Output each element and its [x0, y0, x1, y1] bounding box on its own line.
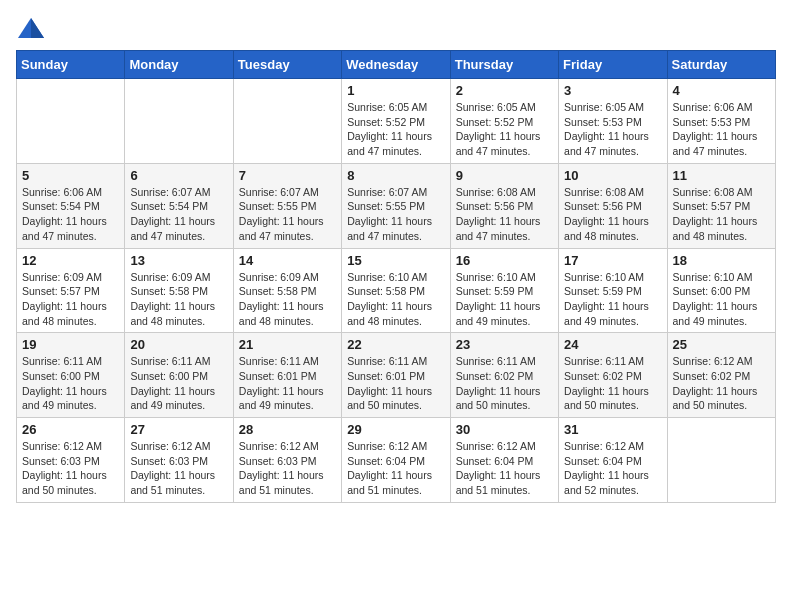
day-number: 23 — [456, 337, 553, 352]
day-info: Sunrise: 6:05 AM Sunset: 5:53 PM Dayligh… — [564, 100, 661, 159]
calendar-cell: 4Sunrise: 6:06 AM Sunset: 5:53 PM Daylig… — [667, 79, 775, 164]
calendar-cell: 13Sunrise: 6:09 AM Sunset: 5:58 PM Dayli… — [125, 248, 233, 333]
day-number: 10 — [564, 168, 661, 183]
day-info: Sunrise: 6:08 AM Sunset: 5:56 PM Dayligh… — [456, 185, 553, 244]
day-number: 6 — [130, 168, 227, 183]
day-number: 22 — [347, 337, 444, 352]
day-info: Sunrise: 6:07 AM Sunset: 5:54 PM Dayligh… — [130, 185, 227, 244]
day-info: Sunrise: 6:06 AM Sunset: 5:54 PM Dayligh… — [22, 185, 119, 244]
weekday-header: Wednesday — [342, 51, 450, 79]
calendar-week-row: 12Sunrise: 6:09 AM Sunset: 5:57 PM Dayli… — [17, 248, 776, 333]
calendar-week-row: 1Sunrise: 6:05 AM Sunset: 5:52 PM Daylig… — [17, 79, 776, 164]
day-number: 31 — [564, 422, 661, 437]
calendar-cell: 30Sunrise: 6:12 AM Sunset: 6:04 PM Dayli… — [450, 418, 558, 503]
calendar-cell: 11Sunrise: 6:08 AM Sunset: 5:57 PM Dayli… — [667, 163, 775, 248]
day-number: 11 — [673, 168, 770, 183]
day-info: Sunrise: 6:12 AM Sunset: 6:03 PM Dayligh… — [239, 439, 336, 498]
calendar-week-row: 26Sunrise: 6:12 AM Sunset: 6:03 PM Dayli… — [17, 418, 776, 503]
day-number: 25 — [673, 337, 770, 352]
day-info: Sunrise: 6:09 AM Sunset: 5:58 PM Dayligh… — [130, 270, 227, 329]
day-info: Sunrise: 6:09 AM Sunset: 5:57 PM Dayligh… — [22, 270, 119, 329]
calendar-cell: 9Sunrise: 6:08 AM Sunset: 5:56 PM Daylig… — [450, 163, 558, 248]
calendar-cell: 6Sunrise: 6:07 AM Sunset: 5:54 PM Daylig… — [125, 163, 233, 248]
calendar-cell: 25Sunrise: 6:12 AM Sunset: 6:02 PM Dayli… — [667, 333, 775, 418]
calendar-cell: 2Sunrise: 6:05 AM Sunset: 5:52 PM Daylig… — [450, 79, 558, 164]
day-number: 14 — [239, 253, 336, 268]
calendar-cell: 7Sunrise: 6:07 AM Sunset: 5:55 PM Daylig… — [233, 163, 341, 248]
day-info: Sunrise: 6:05 AM Sunset: 5:52 PM Dayligh… — [347, 100, 444, 159]
calendar-cell: 19Sunrise: 6:11 AM Sunset: 6:00 PM Dayli… — [17, 333, 125, 418]
day-info: Sunrise: 6:05 AM Sunset: 5:52 PM Dayligh… — [456, 100, 553, 159]
calendar-cell: 1Sunrise: 6:05 AM Sunset: 5:52 PM Daylig… — [342, 79, 450, 164]
calendar-cell — [125, 79, 233, 164]
calendar-header-row: SundayMondayTuesdayWednesdayThursdayFrid… — [17, 51, 776, 79]
calendar-cell: 26Sunrise: 6:12 AM Sunset: 6:03 PM Dayli… — [17, 418, 125, 503]
page-header — [16, 16, 776, 40]
calendar-cell: 28Sunrise: 6:12 AM Sunset: 6:03 PM Dayli… — [233, 418, 341, 503]
day-number: 17 — [564, 253, 661, 268]
day-number: 30 — [456, 422, 553, 437]
day-info: Sunrise: 6:08 AM Sunset: 5:56 PM Dayligh… — [564, 185, 661, 244]
day-number: 13 — [130, 253, 227, 268]
calendar-cell — [667, 418, 775, 503]
day-number: 3 — [564, 83, 661, 98]
day-info: Sunrise: 6:11 AM Sunset: 6:00 PM Dayligh… — [22, 354, 119, 413]
weekday-header: Saturday — [667, 51, 775, 79]
day-number: 20 — [130, 337, 227, 352]
day-number: 12 — [22, 253, 119, 268]
calendar-cell: 31Sunrise: 6:12 AM Sunset: 6:04 PM Dayli… — [559, 418, 667, 503]
calendar-cell: 14Sunrise: 6:09 AM Sunset: 5:58 PM Dayli… — [233, 248, 341, 333]
day-info: Sunrise: 6:12 AM Sunset: 6:04 PM Dayligh… — [456, 439, 553, 498]
day-number: 9 — [456, 168, 553, 183]
day-info: Sunrise: 6:12 AM Sunset: 6:03 PM Dayligh… — [130, 439, 227, 498]
day-info: Sunrise: 6:11 AM Sunset: 6:02 PM Dayligh… — [564, 354, 661, 413]
day-number: 24 — [564, 337, 661, 352]
calendar-cell: 16Sunrise: 6:10 AM Sunset: 5:59 PM Dayli… — [450, 248, 558, 333]
logo — [16, 16, 50, 40]
day-info: Sunrise: 6:11 AM Sunset: 6:00 PM Dayligh… — [130, 354, 227, 413]
calendar-cell: 8Sunrise: 6:07 AM Sunset: 5:55 PM Daylig… — [342, 163, 450, 248]
day-info: Sunrise: 6:11 AM Sunset: 6:01 PM Dayligh… — [239, 354, 336, 413]
day-number: 18 — [673, 253, 770, 268]
day-number: 7 — [239, 168, 336, 183]
day-number: 27 — [130, 422, 227, 437]
calendar-cell — [233, 79, 341, 164]
day-number: 4 — [673, 83, 770, 98]
day-info: Sunrise: 6:11 AM Sunset: 6:01 PM Dayligh… — [347, 354, 444, 413]
calendar-cell: 23Sunrise: 6:11 AM Sunset: 6:02 PM Dayli… — [450, 333, 558, 418]
calendar-cell: 29Sunrise: 6:12 AM Sunset: 6:04 PM Dayli… — [342, 418, 450, 503]
day-number: 28 — [239, 422, 336, 437]
calendar-cell: 22Sunrise: 6:11 AM Sunset: 6:01 PM Dayli… — [342, 333, 450, 418]
day-number: 5 — [22, 168, 119, 183]
calendar-cell — [17, 79, 125, 164]
day-info: Sunrise: 6:09 AM Sunset: 5:58 PM Dayligh… — [239, 270, 336, 329]
day-info: Sunrise: 6:12 AM Sunset: 6:04 PM Dayligh… — [347, 439, 444, 498]
calendar-cell: 5Sunrise: 6:06 AM Sunset: 5:54 PM Daylig… — [17, 163, 125, 248]
day-number: 29 — [347, 422, 444, 437]
calendar-week-row: 5Sunrise: 6:06 AM Sunset: 5:54 PM Daylig… — [17, 163, 776, 248]
day-number: 21 — [239, 337, 336, 352]
day-number: 16 — [456, 253, 553, 268]
day-number: 1 — [347, 83, 444, 98]
calendar-cell: 12Sunrise: 6:09 AM Sunset: 5:57 PM Dayli… — [17, 248, 125, 333]
calendar-cell: 24Sunrise: 6:11 AM Sunset: 6:02 PM Dayli… — [559, 333, 667, 418]
calendar-week-row: 19Sunrise: 6:11 AM Sunset: 6:00 PM Dayli… — [17, 333, 776, 418]
calendar-cell: 15Sunrise: 6:10 AM Sunset: 5:58 PM Dayli… — [342, 248, 450, 333]
weekday-header: Tuesday — [233, 51, 341, 79]
day-info: Sunrise: 6:12 AM Sunset: 6:03 PM Dayligh… — [22, 439, 119, 498]
day-info: Sunrise: 6:07 AM Sunset: 5:55 PM Dayligh… — [347, 185, 444, 244]
calendar-table: SundayMondayTuesdayWednesdayThursdayFrid… — [16, 50, 776, 503]
weekday-header: Friday — [559, 51, 667, 79]
weekday-header: Monday — [125, 51, 233, 79]
day-info: Sunrise: 6:12 AM Sunset: 6:04 PM Dayligh… — [564, 439, 661, 498]
day-number: 8 — [347, 168, 444, 183]
day-info: Sunrise: 6:06 AM Sunset: 5:53 PM Dayligh… — [673, 100, 770, 159]
svg-marker-1 — [31, 18, 44, 38]
day-number: 15 — [347, 253, 444, 268]
day-number: 26 — [22, 422, 119, 437]
day-info: Sunrise: 6:08 AM Sunset: 5:57 PM Dayligh… — [673, 185, 770, 244]
day-info: Sunrise: 6:10 AM Sunset: 6:00 PM Dayligh… — [673, 270, 770, 329]
day-info: Sunrise: 6:10 AM Sunset: 5:58 PM Dayligh… — [347, 270, 444, 329]
logo-icon — [16, 16, 46, 40]
calendar-cell: 10Sunrise: 6:08 AM Sunset: 5:56 PM Dayli… — [559, 163, 667, 248]
